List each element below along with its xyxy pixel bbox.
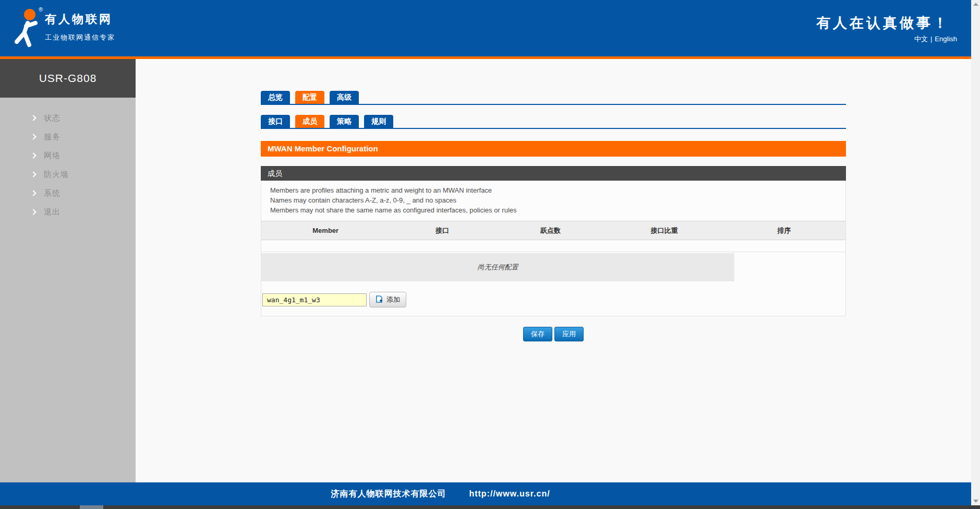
tab-member[interactable]: 成员 (295, 115, 324, 128)
tab-policy[interactable]: 策略 (330, 115, 359, 128)
sidebar-menu: 状态 服务 网络 防火墙 系统 退出 (0, 109, 136, 221)
chevron-right-icon (30, 171, 36, 177)
horizontal-scrollbar[interactable] (0, 505, 980, 509)
column-header-weight: 接口比重 (606, 221, 723, 240)
brand-logo-icon: ® (10, 4, 47, 52)
tab-interface[interactable]: 接口 (261, 115, 290, 128)
section-description: Members are profiles attaching a metric … (261, 181, 845, 219)
chevron-right-icon (30, 134, 36, 139)
horizontal-scrollbar-thumb[interactable] (80, 505, 103, 509)
footer-company: 济南有人物联网技术有限公司 (331, 489, 446, 500)
action-buttons: 保存 应用 (261, 327, 846, 341)
main-content: 总览 配置 高级 接口 成员 策略 规则 MWAN Member Configu… (261, 91, 846, 341)
tab-configuration[interactable]: 配置 (295, 91, 324, 104)
header-slogan: 有人在认真做事！ (816, 14, 950, 32)
section-subtitle: 成员 (261, 166, 846, 181)
new-member-name-input[interactable] (262, 293, 367, 306)
empty-state-text: 尚无任何配置 (478, 263, 518, 272)
page-title: MWAN Member Configuration (261, 141, 846, 157)
device-name-block: USR-G808 (0, 59, 136, 98)
description-line: Members are profiles attaching a metric … (270, 185, 845, 195)
lang-separator: | (930, 35, 932, 43)
sidebar-item-network[interactable]: 网络 (0, 146, 136, 165)
language-switcher: 中文|English (914, 34, 957, 44)
sidebar-item-system[interactable]: 系统 (0, 184, 136, 203)
scroll-up-arrow-icon[interactable] (973, 3, 978, 6)
chevron-right-icon (30, 152, 36, 158)
svg-text:®: ® (39, 6, 43, 13)
vertical-scrollbar[interactable] (971, 0, 980, 505)
secondary-tab-bar: 接口 成员 策略 规则 (261, 115, 846, 129)
members-table: Member 接口 跃点数 接口比重 排序 (261, 221, 845, 252)
chevron-right-icon (30, 115, 36, 121)
add-document-icon (376, 295, 383, 304)
sidebar-item-firewall[interactable]: 防火墙 (0, 165, 136, 184)
sidebar-item-logout[interactable]: 退出 (0, 203, 136, 221)
add-button[interactable]: 添加 (369, 292, 406, 307)
table-header-row: Member 接口 跃点数 接口比重 排序 (261, 221, 845, 240)
column-header-member: Member (261, 221, 390, 240)
description-line: Names may contain characters A-Z, a-z, 0… (270, 195, 845, 205)
sidebar: USR-G808 状态 服务 网络 防火墙 系统 退出 (0, 59, 136, 482)
column-header-interface: 接口 (390, 221, 495, 240)
chevron-right-icon (30, 209, 36, 215)
top-header: ® 有人物联网 工业物联网通信专家 有人在认真做事！ 中文|English (0, 0, 980, 56)
description-line: Members may not share the same name as c… (270, 205, 845, 215)
column-header-metric: 跃点数 (495, 221, 606, 240)
add-member-row: 添加 (262, 292, 845, 307)
tab-rule[interactable]: 规则 (364, 115, 393, 128)
orange-accent-line (0, 56, 971, 59)
scroll-down-arrow-icon[interactable] (973, 500, 978, 503)
empty-state: 尚无任何配置 (261, 253, 734, 281)
save-button[interactable]: 保存 (523, 327, 552, 341)
footer-url[interactable]: http://www.usr.cn/ (469, 489, 550, 499)
sidebar-item-services[interactable]: 服务 (0, 127, 136, 146)
column-header-sort: 排序 (723, 221, 845, 240)
device-name: USR-G808 (39, 72, 97, 85)
footer: 济南有人物联网技术有限公司 http://www.usr.cn/ (0, 482, 980, 505)
apply-button[interactable]: 应用 (554, 327, 584, 341)
add-button-label: 添加 (386, 295, 400, 304)
brand-title: 有人物联网 (45, 11, 115, 27)
primary-tab-bar: 总览 配置 高级 (261, 91, 846, 105)
tab-advanced[interactable]: 高级 (330, 91, 359, 104)
lang-zh-link[interactable]: 中文 (914, 35, 928, 43)
tab-overview[interactable]: 总览 (261, 91, 290, 104)
brand-subtitle: 工业物联网通信专家 (45, 33, 115, 42)
sidebar-item-status[interactable]: 状态 (0, 109, 136, 127)
table-row (261, 240, 845, 252)
member-section: 成员 Members are profiles attaching a metr… (261, 166, 846, 316)
chevron-right-icon (30, 190, 36, 196)
lang-en-link[interactable]: English (935, 35, 957, 43)
